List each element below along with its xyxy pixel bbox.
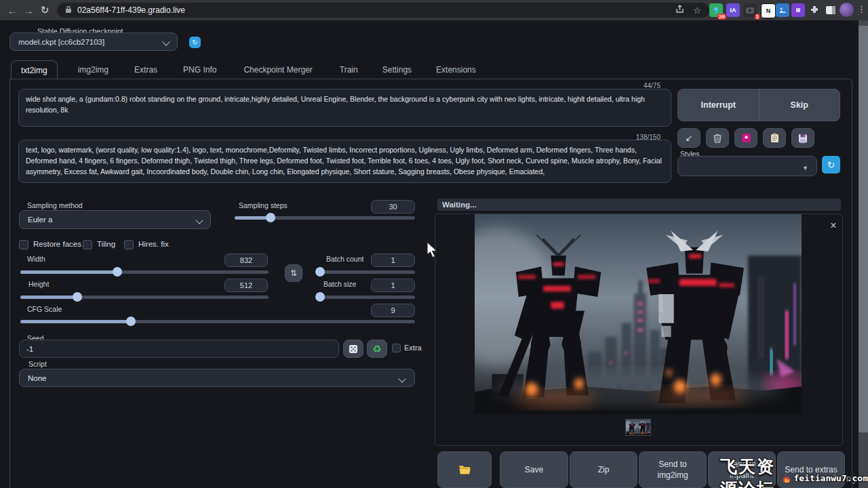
checkpoint-dropdown[interactable]: model.ckpt [cc6cb27103] bbox=[9, 33, 178, 51]
cfg-scale-number[interactable] bbox=[371, 304, 415, 317]
save-style-button[interactable] bbox=[791, 128, 814, 148]
batch-size-slider[interactable] bbox=[317, 292, 415, 302]
tab-settings[interactable]: Settings bbox=[382, 65, 412, 75]
flame-icon bbox=[781, 468, 792, 487]
seed-extra-checkbox[interactable] bbox=[392, 344, 401, 352]
generated-image[interactable] bbox=[475, 214, 802, 414]
extra-networks-button[interactable] bbox=[734, 128, 757, 148]
height-slider[interactable] bbox=[20, 292, 269, 302]
bookmark-star-icon[interactable]: ☆ bbox=[693, 5, 701, 16]
ext-image-icon[interactable] bbox=[776, 3, 789, 17]
chevron-down-icon bbox=[195, 216, 203, 224]
ext-notion-icon[interactable]: N bbox=[761, 3, 776, 18]
prompt-input[interactable]: wide shot angle, a (gundam:0.8) robot st… bbox=[18, 89, 671, 127]
width-slider[interactable] bbox=[20, 267, 269, 277]
styles-dropdown[interactable]: ▼ bbox=[677, 156, 817, 176]
back-icon[interactable]: ← bbox=[4, 5, 20, 16]
paste-params-button[interactable]: ↙ bbox=[677, 128, 701, 148]
hires-fix-checkbox[interactable] bbox=[124, 240, 134, 249]
sampling-method-value: Euler a bbox=[28, 216, 52, 224]
batch-size-label: Batch size bbox=[323, 280, 356, 288]
styles-refresh-button[interactable]: ↻ bbox=[822, 156, 840, 174]
tiling-checkbox[interactable] bbox=[83, 240, 92, 249]
swap-dimensions-button[interactable]: ⇅ bbox=[285, 264, 302, 282]
batch-count-number[interactable] bbox=[371, 253, 415, 267]
tab-extras[interactable]: Extras bbox=[134, 65, 157, 75]
trash-icon bbox=[713, 134, 722, 143]
batch-count-slider[interactable] bbox=[317, 267, 415, 277]
save-button[interactable]: Save bbox=[500, 451, 568, 488]
chevron-down-icon bbox=[398, 375, 406, 382]
open-folder-button[interactable] bbox=[437, 451, 492, 488]
sampling-steps-number[interactable] bbox=[371, 200, 415, 214]
watermark: 飞天资源论坛 feitianwu7.com bbox=[720, 455, 868, 488]
browser-menu-icon[interactable]: ⋮ bbox=[857, 4, 866, 14]
page-scrollbar[interactable] bbox=[859, 20, 868, 488]
checkpoint-value: model.ckpt [cc6cb27103] bbox=[18, 38, 104, 46]
extensions-puzzle-icon[interactable] bbox=[808, 3, 821, 17]
share-icon[interactable] bbox=[675, 5, 685, 16]
clear-prompt-button[interactable] bbox=[706, 128, 729, 148]
sampling-steps-label: Sampling steps bbox=[239, 201, 288, 209]
seed-input[interactable] bbox=[19, 340, 339, 358]
send-to-img2img-button[interactable]: Send to img2img bbox=[639, 451, 707, 488]
lock-icon bbox=[65, 5, 72, 16]
restore-faces-label: Restore faces bbox=[33, 240, 81, 248]
tab-checkpoint-merger[interactable]: Checkpoint Merger bbox=[243, 65, 312, 75]
ext-onenote-icon[interactable] bbox=[791, 3, 805, 17]
apply-style-button[interactable] bbox=[763, 128, 786, 148]
ext-pin-badge: 20 bbox=[717, 14, 726, 20]
chevron-down-icon bbox=[162, 38, 170, 45]
sampling-steps-slider[interactable] bbox=[235, 213, 415, 222]
tab-extensions[interactable]: Extensions bbox=[436, 65, 476, 75]
progress-status: Waiting... bbox=[442, 201, 477, 209]
random-seed-button[interactable] bbox=[343, 340, 363, 358]
restore-faces-checkbox[interactable] bbox=[19, 240, 28, 249]
interrupt-skip-group: Interrupt Skip bbox=[677, 89, 840, 121]
ext-pin-icon[interactable]: 20 bbox=[709, 3, 723, 17]
forward-icon[interactable]: → bbox=[20, 5, 37, 16]
folder-icon bbox=[458, 465, 471, 475]
reload-icon[interactable]: ↻ bbox=[37, 4, 53, 16]
address-bar[interactable]: 02a56ff4-71ff-439e.gradio.live ☆ bbox=[57, 3, 709, 18]
side-panel-icon[interactable] bbox=[824, 3, 837, 17]
tab-img2img[interactable]: img2img bbox=[78, 65, 108, 75]
negative-prompt-input[interactable]: text, logo, watermark, (worst quality, l… bbox=[18, 140, 671, 183]
script-dropdown[interactable]: None bbox=[19, 369, 415, 387]
tab-train[interactable]: Train bbox=[340, 65, 358, 75]
skip-button[interactable]: Skip bbox=[760, 100, 840, 110]
clipboard-icon bbox=[770, 133, 779, 143]
url-text: 02a56ff4-71ff-439e.gradio.live bbox=[77, 5, 185, 15]
watermark-domain: feitianwu7.com bbox=[793, 473, 868, 483]
ext-camera-icon[interactable]: 1 bbox=[743, 3, 757, 17]
ext-ia-icon[interactable]: IA bbox=[726, 3, 740, 17]
height-label: Height bbox=[28, 280, 49, 288]
sampling-method-dropdown[interactable]: Euler a bbox=[19, 210, 211, 229]
reuse-seed-button[interactable]: ♻ bbox=[367, 340, 387, 358]
cfg-scale-slider[interactable] bbox=[20, 317, 415, 326]
gallery-thumbnail[interactable] bbox=[625, 419, 651, 436]
scrollbar-thumb[interactable] bbox=[859, 26, 868, 432]
zip-button[interactable]: Zip bbox=[570, 451, 637, 488]
checkpoint-refresh-button[interactable]: ↻ bbox=[189, 37, 201, 48]
ext-camera-badge: 1 bbox=[755, 14, 760, 20]
width-number[interactable] bbox=[224, 253, 268, 267]
hires-fix-label: Hires. fix bbox=[138, 240, 169, 248]
cfg-scale-label: CFG Scale bbox=[27, 305, 62, 313]
width-label: Width bbox=[27, 255, 45, 263]
sampling-method-label: Sampling method bbox=[27, 201, 83, 209]
batch-size-number[interactable] bbox=[371, 279, 415, 292]
batch-count-label: Batch count bbox=[326, 255, 363, 263]
tiling-label: Tiling bbox=[97, 240, 115, 248]
profile-avatar[interactable] bbox=[840, 3, 854, 17]
save-style-icon bbox=[798, 134, 808, 143]
script-label: Script bbox=[28, 360, 47, 368]
tab-bar: txt2img img2img Extras PNG Info Checkpoi… bbox=[11, 60, 851, 79]
stable-diffusion-webui: ← → ↻ 02a56ff4-71ff-439e.gradio.live ☆ 2… bbox=[0, 0, 868, 488]
close-image-button[interactable]: × bbox=[827, 220, 840, 232]
height-number[interactable] bbox=[224, 279, 268, 292]
interrupt-button[interactable]: Interrupt bbox=[678, 100, 759, 110]
dice-icon bbox=[349, 344, 358, 354]
tab-txt2img[interactable]: txt2img bbox=[11, 60, 58, 79]
tab-png-info[interactable]: PNG Info bbox=[183, 65, 216, 75]
